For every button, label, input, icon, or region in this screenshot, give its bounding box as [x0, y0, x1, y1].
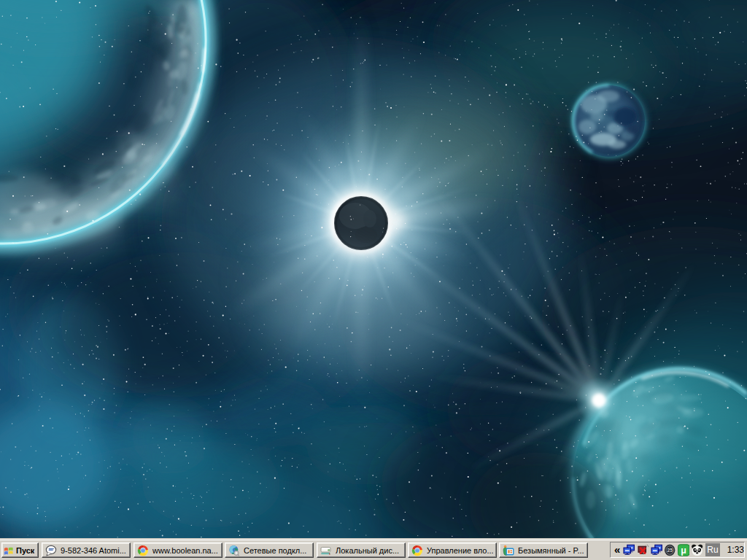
svg-text:μ: μ: [681, 545, 686, 555]
svg-text:25: 25: [667, 548, 673, 553]
